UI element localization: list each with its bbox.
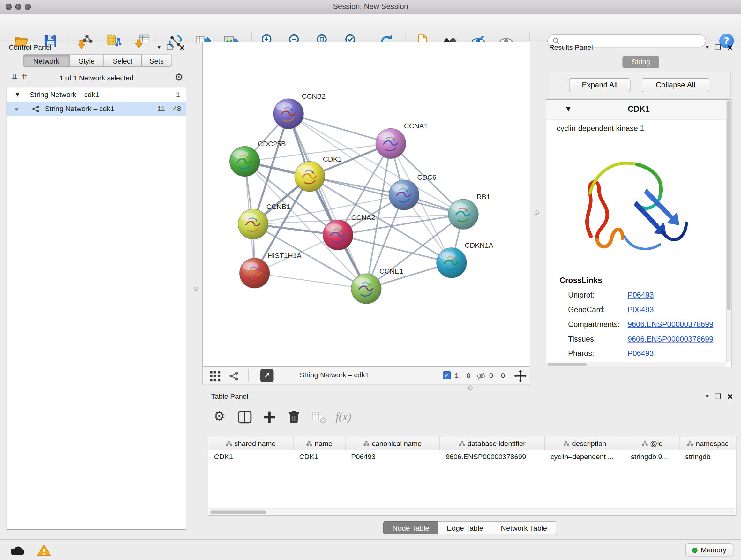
table-row[interactable]: CDK1CDK1P064939606.ENSP00000378699cyclin… (208, 450, 736, 463)
tab-network[interactable]: Network (23, 54, 70, 67)
panel-menu-icon[interactable]: ▾ (705, 44, 709, 51)
open-in-browser-button[interactable]: ↗ (260, 369, 273, 382)
node-label: CCNB1 (266, 203, 290, 211)
current-network-name: String Network – cdk1 (300, 371, 369, 379)
string-network-icon (31, 105, 40, 113)
node-label: CDKN1A (465, 241, 493, 249)
column-header-canonical-name[interactable]: canonical name (346, 436, 440, 449)
panel-menu-icon[interactable]: ▾ (157, 44, 160, 51)
tab-edge-table[interactable]: Edge Table (438, 521, 492, 535)
hidden-eye-icon[interactable] (476, 371, 486, 381)
warning-icon[interactable] (37, 544, 51, 557)
column-header-name[interactable]: name (293, 436, 346, 449)
control-panel-tabs: NetworkStyleSelectSets (23, 54, 172, 67)
crosslink-row: Compartments:9606.ENSP00000378699 (546, 317, 725, 332)
vertical-splitter-handle[interactable] (535, 210, 539, 214)
edge-count: 48 (173, 102, 181, 116)
table-cell[interactable]: stringdb (680, 450, 737, 463)
panel-float-icon[interactable] (715, 393, 721, 399)
crosslink-link[interactable]: P06493 (628, 306, 654, 314)
node-label: CDC6 (417, 173, 436, 181)
tab-string[interactable]: String (622, 56, 659, 68)
current-network-dot: ● (15, 102, 18, 116)
network-node-CCNB1[interactable]: CCNB1 (238, 203, 290, 240)
tab-network-table[interactable]: Network Table (492, 521, 556, 535)
column-type-icon (363, 440, 369, 446)
collapse-all-button[interactable]: Collapse All (642, 78, 710, 92)
application-window: Session: New Session ? Control (0, 0, 741, 560)
network-node-CDC6[interactable]: CDC6 (389, 173, 436, 210)
memory-label: Memory (701, 546, 726, 554)
vertical-splitter-handle[interactable] (194, 287, 198, 291)
network-row[interactable]: ● String Network – cdk1 11 48 (7, 102, 186, 116)
function-builder-button[interactable]: f(x) (335, 411, 351, 423)
panel-float-icon[interactable] (166, 44, 172, 50)
node-label: CDC25B (258, 140, 286, 148)
add-column-button[interactable] (262, 410, 278, 426)
table-settings-gear-icon[interactable]: ⚙ (213, 409, 225, 423)
tab-style[interactable]: Style (70, 54, 104, 67)
plus-icon (262, 410, 278, 426)
column-header-database-identifier[interactable]: database identifier (440, 436, 545, 449)
network-collection-row[interactable]: ▼ String Network – cdk1 1 (7, 87, 186, 102)
network-name: String Network – cdk1 (45, 102, 114, 116)
results-vertical-scrollbar[interactable] (726, 100, 731, 362)
network-node-CCNB2[interactable]: CCNB2 (273, 92, 326, 129)
delete-table-button-disabled[interactable] (311, 410, 327, 426)
node-label: CDK1 (323, 155, 342, 163)
move-crosshair-icon[interactable] (514, 369, 527, 382)
horizontal-splitter-handle[interactable] (468, 385, 473, 389)
table-cell[interactable]: CDK1 (293, 450, 346, 463)
table-cell[interactable]: CDK1 (208, 450, 293, 463)
expand-all-button[interactable]: Expand All (569, 78, 630, 92)
crosslink-label: GeneCard: (568, 306, 605, 314)
crosslinks-title: CrossLinks (559, 276, 602, 285)
trash-icon (286, 410, 302, 426)
results-horizontal-scrollbar[interactable] (546, 362, 726, 367)
network-node-HIST1H1A[interactable]: HIST1H1A (239, 252, 301, 288)
memory-button[interactable]: Memory (685, 543, 733, 557)
network-node-CCNA1[interactable]: CCNA1 (376, 122, 428, 159)
share-network-icon[interactable] (229, 371, 239, 381)
birdseye-grid-icon[interactable] (209, 370, 221, 382)
network-node-RB1[interactable]: RB1 (448, 193, 490, 230)
column-header-description[interactable]: description (545, 436, 625, 449)
node-label: RB1 (476, 193, 490, 201)
network-edge[interactable] (255, 273, 366, 289)
panel-close-icon[interactable]: × (727, 393, 733, 399)
table-cell[interactable]: 9606.ENSP00000378699 (440, 450, 545, 463)
show-columns-button[interactable] (237, 410, 253, 426)
column-header--id[interactable]: @id (625, 436, 679, 449)
network-view-canvas[interactable]: CCNB2CCNA1CDC25BCDK1CDC6RB1CCNB1CCNA2CDK… (202, 42, 530, 367)
selected-checkbox[interactable]: ✓ (443, 371, 451, 379)
tree-collapse-icon[interactable]: ▼ (16, 87, 19, 102)
panel-float-icon[interactable] (715, 44, 721, 50)
network-node-CDKN1A[interactable]: CDKN1A (436, 241, 494, 278)
table-horizontal-scrollbar[interactable] (209, 509, 736, 515)
panel-menu-icon[interactable]: ▾ (705, 393, 709, 400)
cloud-icon[interactable] (10, 545, 25, 557)
table-cell[interactable]: cyclin–dependent ... (545, 450, 625, 463)
network-edge[interactable] (288, 114, 391, 143)
crosslink-link[interactable]: 9606.ENSP00000378699 (628, 320, 714, 329)
crosslink-link[interactable]: P06493 (628, 291, 654, 300)
crosslink-link[interactable]: 9606.ENSP00000378699 (628, 335, 714, 344)
protein-card-header[interactable]: ▼ CDK1 (546, 100, 731, 120)
delete-column-button[interactable] (286, 410, 302, 426)
table-panel-header: Table Panel ▾ × (202, 391, 737, 402)
network-node-CDK1[interactable]: CDK1 (294, 155, 342, 192)
tab-node-table[interactable]: Node Table (383, 521, 438, 535)
tab-sets[interactable]: Sets (142, 54, 172, 67)
panel-close-icon[interactable]: × (727, 44, 733, 51)
gear-icon[interactable]: ⚙ (175, 71, 184, 83)
column-header-namespac[interactable]: namespac (680, 436, 737, 449)
column-header-shared-name[interactable]: shared name (208, 436, 293, 449)
tab-select[interactable]: Select (104, 54, 142, 67)
network-edge[interactable] (288, 114, 366, 289)
column-type-icon (687, 440, 693, 446)
crosslink-row: GeneCard:P06493 (546, 303, 725, 317)
panel-close-icon[interactable]: × (179, 44, 185, 51)
table-cell[interactable]: stringdb:9... (625, 450, 679, 463)
table-cell[interactable]: P06493 (346, 450, 440, 463)
crosslink-link[interactable]: P06493 (628, 350, 654, 358)
